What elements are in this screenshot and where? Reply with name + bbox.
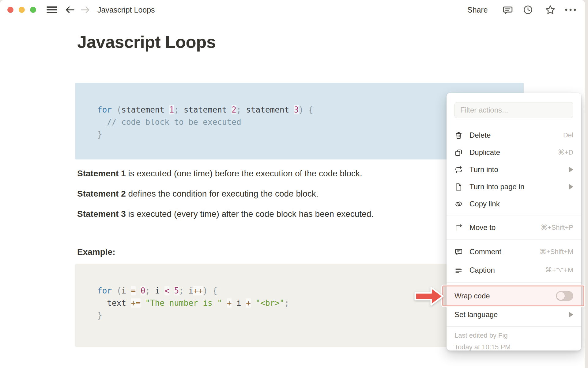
menu-item-label: Duplicate xyxy=(469,148,500,157)
duplicate-icon xyxy=(454,148,463,157)
share-button[interactable]: Share xyxy=(467,0,488,20)
menu-item-delete[interactable]: Delete Del xyxy=(447,127,581,144)
menu-separator xyxy=(447,326,581,327)
more-options-icon[interactable] xyxy=(564,7,577,12)
submenu-chevron-icon xyxy=(569,184,573,190)
menu-item-turn-into[interactable]: Turn into xyxy=(447,161,581,178)
traffic-light-zoom[interactable] xyxy=(30,7,36,13)
trash-icon xyxy=(454,131,463,140)
back-arrow-icon[interactable] xyxy=(65,5,75,15)
submenu-chevron-icon xyxy=(569,312,573,317)
menu-separator xyxy=(447,282,581,283)
menu-item-move-to[interactable]: Move to ⌘+Shift+P xyxy=(447,219,581,236)
menu-item-caption[interactable]: Caption ⌘+⌥+M xyxy=(447,261,581,279)
paragraph-statement-2: Statement 2 defines the condition for ex… xyxy=(77,189,318,199)
menu-item-label: Move to xyxy=(469,223,496,232)
traffic-light-close[interactable] xyxy=(7,7,13,13)
menu-item-copy-link[interactable]: Copy link xyxy=(447,195,581,213)
traffic-light-minimize[interactable] xyxy=(19,7,25,13)
example-heading: Example: xyxy=(77,247,115,257)
menu-item-label: Turn into page in xyxy=(469,182,524,191)
menu-shortcut: Del xyxy=(563,131,573,139)
app-window: Javascript Loops Share Javascript Loops … xyxy=(0,0,585,368)
menu-shortcut: ⌘+⌥+M xyxy=(545,266,573,274)
forward-arrow-icon[interactable] xyxy=(80,5,90,15)
menu-separator xyxy=(447,239,581,240)
menu-item-comment[interactable]: Comment ⌘+Shift+M xyxy=(447,243,581,261)
menu-item-turn-into-page-in[interactable]: Turn into page in xyxy=(447,178,581,195)
last-edited-time: Today at 10:15 PM xyxy=(447,341,581,351)
menu-item-label: Delete xyxy=(469,131,491,140)
menu-shortcut: ⌘+Shift+P xyxy=(541,224,573,232)
favorite-star-icon[interactable] xyxy=(545,5,556,15)
sidebar-menu-icon[interactable] xyxy=(47,6,57,13)
menu-item-label: Set language xyxy=(454,310,498,319)
filter-actions-input[interactable] xyxy=(454,102,573,118)
menu-item-label: Caption xyxy=(469,266,495,274)
breadcrumb-page-title: Javascript Loops xyxy=(97,0,155,20)
paragraph-statement-3: Statement 3 is executed (every time) aft… xyxy=(77,209,374,219)
menu-item-label: Copy link xyxy=(469,200,500,208)
block-options-menu: Delete Del Duplicate ⌘+D Turn into Turn … xyxy=(447,93,581,351)
wrap-code-toggle[interactable] xyxy=(556,291,573,301)
menu-item-set-language[interactable]: Set language xyxy=(447,306,581,323)
caption-icon xyxy=(454,266,463,274)
page-title: Javascript Loops xyxy=(77,32,216,52)
menu-shortcut: ⌘+Shift+M xyxy=(540,248,573,256)
title-bar: Javascript Loops Share xyxy=(0,0,585,20)
menu-item-label: Turn into xyxy=(469,165,498,174)
toggle-knob xyxy=(557,292,565,300)
link-icon xyxy=(454,200,463,208)
comment-icon xyxy=(454,248,463,256)
menu-item-label: Comment xyxy=(469,247,501,256)
menu-shortcut: ⌘+D xyxy=(558,148,573,156)
turn-into-icon xyxy=(454,166,463,174)
move-to-icon xyxy=(454,224,463,232)
page-icon xyxy=(454,183,463,191)
menu-item-duplicate[interactable]: Duplicate ⌘+D xyxy=(447,144,581,161)
history-clock-icon[interactable] xyxy=(523,5,533,15)
submenu-chevron-icon xyxy=(569,167,573,172)
menu-item-wrap-code[interactable]: Wrap code xyxy=(447,286,581,306)
comments-icon[interactable] xyxy=(503,5,513,15)
menu-separator xyxy=(447,216,581,216)
paragraph-statement-1: Statement 1 is executed (one time) befor… xyxy=(77,169,362,178)
menu-item-label: Wrap code xyxy=(454,292,490,300)
last-edited-by: Last edited by Fig xyxy=(447,330,581,341)
